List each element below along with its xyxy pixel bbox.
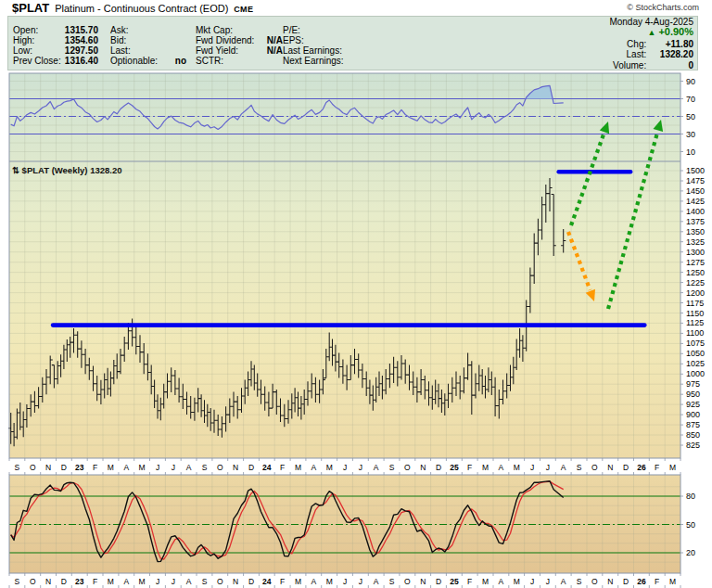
svg-text:70: 70: [686, 95, 695, 104]
svg-text:1350: 1350: [686, 227, 705, 236]
svg-text:N: N: [45, 463, 51, 472]
quote-label: Next Earnings:: [283, 56, 357, 66]
svg-text:O: O: [404, 463, 411, 472]
svg-text:A: A: [374, 463, 379, 472]
svg-text:N: N: [45, 577, 51, 586]
svg-text:S: S: [389, 463, 395, 472]
svg-text:S: S: [202, 577, 208, 586]
svg-text:1050: 1050: [686, 349, 705, 358]
quote-label: Fwd Yield:: [196, 45, 257, 56]
svg-text:1150: 1150: [686, 309, 704, 318]
svg-text:80: 80: [686, 492, 695, 501]
quote-value: 1354.60: [61, 35, 98, 45]
svg-text:A: A: [374, 577, 379, 586]
svg-text:1175: 1175: [686, 299, 704, 308]
svg-text:1425: 1425: [686, 197, 705, 206]
svg-text:A: A: [311, 577, 316, 586]
change-row: Chg: +11.80: [609, 39, 693, 49]
svg-text:M: M: [669, 463, 676, 472]
svg-text:J: J: [546, 577, 550, 586]
scale-toggle-icon: ⇅: [12, 165, 19, 175]
svg-text:25: 25: [450, 463, 459, 472]
svg-text:1000: 1000: [686, 369, 705, 378]
svg-text:F: F: [467, 463, 472, 472]
quote-label: P/E:: [283, 25, 357, 35]
svg-text:850: 850: [686, 430, 700, 440]
svg-text:N: N: [233, 463, 238, 472]
svg-text:J: J: [156, 463, 159, 472]
svg-text:N: N: [607, 463, 613, 472]
svg-text:F: F: [280, 463, 285, 472]
quote-right-block: Monday 4-Aug-2025 ▲ +0.90% Chg: +11.80 L…: [609, 17, 693, 70]
quote-label: Last Earnings:: [283, 45, 357, 56]
percent-change: ▲ +0.90%: [609, 27, 693, 38]
quote-column-2: Mkt Cap:Fwd Dividend:N/AFwd Yield:N/ASCT…: [196, 25, 283, 66]
svg-text:N: N: [233, 577, 238, 586]
svg-text:90: 90: [686, 77, 695, 86]
svg-text:F: F: [655, 577, 659, 586]
quote-column-1: Ask:Bid:Last:Optionable:no: [110, 25, 186, 66]
svg-text:D: D: [623, 577, 629, 586]
svg-text:975: 975: [686, 379, 700, 389]
svg-text:26: 26: [637, 577, 646, 586]
svg-text:1300: 1300: [686, 248, 705, 257]
svg-text:M: M: [482, 463, 489, 472]
svg-text:875: 875: [686, 420, 700, 429]
svg-text:1400: 1400: [686, 207, 705, 216]
svg-text:A: A: [561, 577, 566, 586]
svg-text:F: F: [655, 463, 659, 472]
svg-text:1025: 1025: [686, 359, 705, 368]
symbol: $PLAT: [12, 1, 49, 15]
svg-text:1100: 1100: [686, 328, 704, 338]
svg-text:10: 10: [686, 147, 695, 157]
quote-label: SCTR:: [196, 56, 257, 66]
svg-text:1125: 1125: [686, 318, 704, 327]
svg-text:1225: 1225: [686, 278, 705, 288]
svg-text:A: A: [123, 463, 129, 472]
quote-label: Fwd Dividend:: [196, 35, 257, 45]
svg-text:J: J: [530, 577, 534, 586]
quote-label: Open:: [13, 25, 61, 35]
svg-text:F: F: [93, 463, 97, 472]
svg-text:M: M: [326, 463, 333, 472]
svg-text:D: D: [248, 463, 254, 472]
svg-text:A: A: [123, 577, 129, 586]
svg-text:J: J: [343, 463, 347, 472]
svg-text:O: O: [404, 577, 411, 586]
price-panel-label: ⇅ $PLAT (Weekly) 1328.20: [12, 165, 122, 175]
stockcharts-chart-page: ⇅ $PLAT (Weekly) 1328.208258508759009259…: [0, 0, 712, 588]
quote-label: Ask:: [110, 25, 160, 35]
quote-value: N/A: [257, 45, 283, 56]
svg-text:1325: 1325: [686, 237, 705, 247]
change-value: +11.80: [649, 39, 693, 49]
svg-text:O: O: [30, 463, 36, 472]
svg-text:D: D: [248, 577, 254, 586]
svg-text:O: O: [30, 577, 36, 586]
svg-text:D: D: [623, 463, 629, 472]
svg-text:A: A: [186, 463, 192, 472]
chart-canvas[interactable]: ⇅ $PLAT (Weekly) 1328.208258508759009259…: [0, 0, 712, 588]
svg-text:M: M: [295, 463, 301, 472]
last-row: Last: 1328.20: [609, 49, 693, 59]
svg-text:825: 825: [686, 441, 700, 450]
svg-text:O: O: [591, 577, 598, 586]
svg-text:23: 23: [75, 463, 84, 472]
svg-text:S: S: [15, 577, 20, 586]
svg-text:24: 24: [262, 463, 272, 472]
svg-text:S: S: [577, 463, 582, 472]
svg-text:D: D: [61, 577, 67, 586]
svg-text:O: O: [591, 463, 598, 472]
svg-text:925: 925: [686, 400, 700, 409]
svg-text:J: J: [172, 577, 175, 586]
svg-text:M: M: [326, 577, 333, 586]
svg-text:23: 23: [75, 577, 84, 586]
svg-text:O: O: [217, 577, 223, 586]
quote-value: N/A: [257, 35, 283, 45]
svg-text:1275: 1275: [686, 258, 705, 267]
quote-label: Low:: [13, 45, 61, 56]
svg-text:F: F: [93, 577, 97, 586]
quote-label: Last:: [110, 45, 160, 56]
svg-text:900: 900: [686, 410, 700, 419]
copyright: © StockCharts.com: [627, 3, 699, 12]
svg-text:A: A: [186, 577, 192, 586]
